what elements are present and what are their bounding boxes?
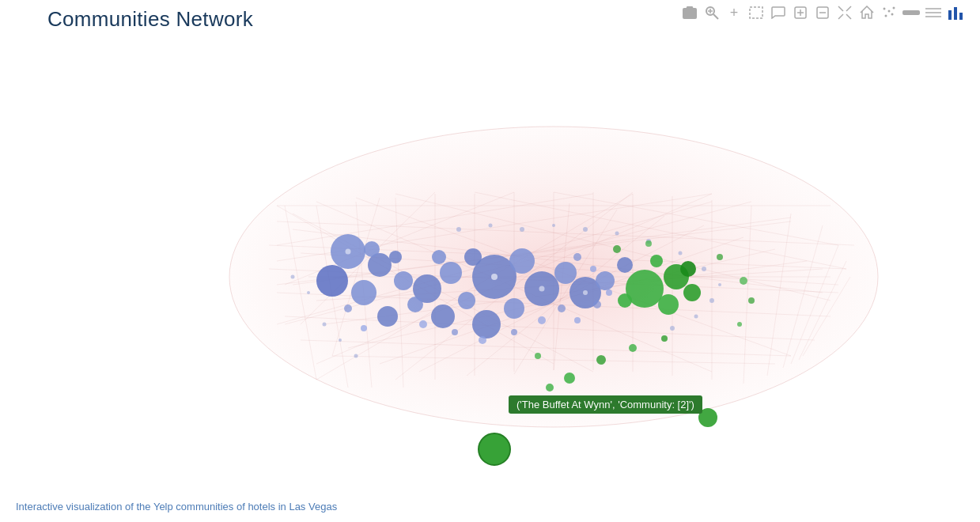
- svg-point-145: [618, 293, 632, 308]
- svg-point-147: [698, 408, 717, 427]
- svg-point-153: [535, 353, 541, 359]
- network-svg: [0, 47, 980, 490]
- svg-point-86: [394, 271, 413, 290]
- svg-point-132: [694, 315, 698, 319]
- svg-point-161: [539, 286, 545, 292]
- svg-point-88: [440, 262, 462, 284]
- svg-point-151: [629, 344, 637, 352]
- svg-point-16: [893, 7, 895, 9]
- svg-point-155: [645, 240, 652, 247]
- svg-point-114: [574, 317, 581, 323]
- page-title: Communities Network: [47, 7, 253, 32]
- svg-point-115: [593, 301, 601, 308]
- svg-point-149: [546, 384, 554, 392]
- svg-point-108: [419, 320, 427, 328]
- svg-point-162: [346, 249, 351, 255]
- svg-rect-25: [959, 13, 963, 20]
- svg-point-143: [650, 255, 663, 267]
- svg-point-98: [377, 306, 398, 327]
- svg-point-137: [339, 339, 342, 342]
- svg-point-123: [520, 227, 524, 232]
- svg-point-134: [291, 275, 295, 279]
- svg-point-101: [458, 292, 475, 309]
- svg-point-158: [748, 297, 755, 304]
- svg-point-97: [351, 280, 376, 305]
- svg-rect-19: [902, 10, 920, 15]
- svg-point-122: [489, 224, 493, 228]
- svg-point-163: [583, 290, 588, 295]
- svg-rect-23: [948, 10, 952, 20]
- svg-point-121: [456, 227, 461, 232]
- svg-point-117: [344, 304, 352, 312]
- svg-line-10: [838, 6, 843, 11]
- svg-point-113: [558, 304, 566, 312]
- svg-point-15: [888, 10, 891, 13]
- svg-point-14: [884, 8, 886, 10]
- svg-line-13: [846, 14, 851, 19]
- svg-line-1: [713, 14, 718, 19]
- svg-point-128: [679, 252, 683, 255]
- svg-point-96: [617, 257, 633, 273]
- select-rect-icon[interactable]: [747, 4, 765, 21]
- svg-point-150: [596, 355, 606, 365]
- svg-rect-4: [750, 7, 762, 18]
- svg-point-116: [606, 289, 612, 296]
- subtract-icon[interactable]: [814, 4, 831, 21]
- svg-point-160: [491, 274, 498, 280]
- svg-point-110: [479, 336, 486, 344]
- svg-point-131: [709, 298, 714, 303]
- scatter-icon[interactable]: [880, 4, 898, 21]
- svg-point-144: [680, 261, 696, 277]
- svg-point-111: [511, 329, 517, 335]
- svg-point-17: [885, 15, 887, 17]
- svg-point-125: [583, 227, 588, 232]
- svg-point-157: [740, 277, 747, 285]
- svg-point-124: [552, 224, 555, 227]
- svg-point-91: [509, 248, 535, 274]
- toolbar: +: [681, 4, 964, 21]
- svg-point-130: [718, 283, 721, 286]
- svg-point-135: [307, 291, 310, 294]
- svg-point-148: [564, 373, 575, 384]
- svg-point-152: [661, 335, 668, 342]
- svg-point-93: [554, 262, 577, 284]
- add-icon[interactable]: [792, 4, 809, 21]
- svg-line-12: [838, 14, 843, 19]
- svg-point-100: [431, 304, 455, 328]
- svg-point-126: [615, 232, 619, 236]
- zoom-in-icon[interactable]: +: [725, 4, 743, 21]
- svg-point-104: [316, 265, 348, 297]
- svg-point-146: [479, 433, 510, 465]
- svg-point-159: [737, 322, 742, 327]
- svg-point-154: [613, 245, 621, 253]
- svg-point-112: [538, 316, 546, 324]
- svg-point-95: [596, 271, 615, 290]
- svg-point-138: [354, 354, 358, 358]
- svg-point-142: [683, 284, 701, 301]
- svg-point-18: [891, 13, 894, 16]
- svg-point-106: [389, 251, 402, 263]
- comment-icon[interactable]: [770, 4, 787, 21]
- svg-point-129: [702, 267, 706, 271]
- svg-point-119: [573, 253, 581, 261]
- svg-point-136: [323, 323, 327, 327]
- bar-chart-icon[interactable]: [947, 4, 964, 21]
- svg-rect-24: [954, 7, 957, 20]
- svg-point-103: [504, 298, 524, 319]
- camera-icon[interactable]: [681, 4, 698, 21]
- svg-line-11: [846, 6, 851, 11]
- lines-icon[interactable]: [925, 4, 942, 21]
- svg-point-102: [472, 310, 501, 339]
- svg-point-141: [658, 294, 679, 315]
- svg-point-107: [432, 250, 446, 264]
- svg-point-99: [407, 297, 423, 312]
- crosshair-icon[interactable]: [836, 4, 853, 21]
- search-zoom-icon[interactable]: [703, 4, 721, 21]
- svg-point-156: [717, 254, 723, 260]
- home-icon[interactable]: [858, 4, 876, 21]
- svg-point-105: [364, 241, 380, 257]
- footer-text: Interactive visualization of the Yelp co…: [16, 501, 337, 513]
- network-container[interactable]: [0, 47, 980, 490]
- thick-line-icon[interactable]: [902, 4, 920, 21]
- svg-point-118: [361, 325, 367, 331]
